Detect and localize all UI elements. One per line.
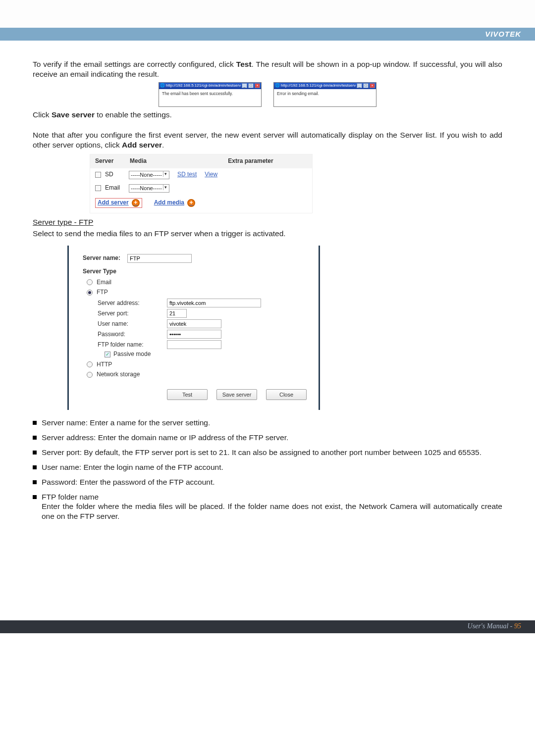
top-spacer	[0, 0, 535, 28]
popup-body: The email has been sent successfully.	[159, 89, 261, 99]
server-port-label: Server port:	[98, 310, 167, 317]
radio-ftp[interactable]: FTP	[87, 289, 309, 296]
ftp-folder-label: FTP folder name:	[98, 341, 167, 349]
intro-paragraph: To verify if the email settings are corr…	[33, 59, 502, 79]
col-server: Server	[90, 154, 125, 168]
radio-http[interactable]: HTTP	[87, 361, 309, 368]
server-port-input[interactable]	[167, 309, 187, 318]
footer-label: User's Manual -	[468, 622, 514, 630]
close-button[interactable]: Close	[266, 389, 307, 400]
ie-icon: 🌐	[160, 83, 165, 88]
server-address-label: Server address:	[98, 300, 167, 307]
close-icon[interactable]: ×	[255, 83, 260, 88]
sd-test-link[interactable]: SD test	[177, 171, 197, 178]
ftp-section-desc: Select to send the media files to an FTP…	[33, 229, 502, 239]
passive-label: Passive mode	[113, 351, 151, 358]
radio-icon	[87, 361, 93, 367]
radio-email[interactable]: Email	[87, 279, 309, 286]
ftp-section-title: Server type - FTP	[33, 217, 502, 227]
server-type-heading: Server Type	[83, 268, 309, 275]
close-icon[interactable]: ×	[370, 83, 375, 88]
save-server-button[interactable]: Save server	[216, 389, 257, 400]
col-extra: Extra parameter	[189, 154, 312, 168]
test-button[interactable]: Test	[167, 389, 208, 400]
view-link[interactable]: View	[205, 171, 217, 178]
save-line: Click Save server to enable the settings…	[33, 110, 502, 120]
ie-icon: 🌐	[275, 83, 280, 88]
footer-page: 95	[514, 622, 521, 630]
row-name: SD	[105, 171, 125, 178]
row-checkbox[interactable]	[95, 185, 101, 191]
row-checkbox[interactable]	[95, 172, 101, 178]
minimize-icon[interactable]: _	[357, 83, 362, 88]
ftp-fields: Server address: Server port: User name: …	[98, 299, 309, 358]
ftp-config-panel: Server name: Server Type Email FTP Serve…	[67, 246, 320, 410]
popup-error: 🌐 http://192.168.5.121/cgi-bin/admin/tes…	[273, 82, 376, 107]
media-select[interactable]: -----None-----	[129, 184, 169, 193]
server-address-input[interactable]	[167, 299, 261, 307]
maximize-icon[interactable]: □	[363, 83, 369, 88]
note-paragraph: Note that after you configure the first …	[33, 130, 502, 150]
maximize-icon[interactable]: □	[248, 83, 254, 88]
list-item: FTP folder name Enter the folder where t…	[33, 492, 502, 521]
brand-text: VIVOTEK	[485, 30, 521, 38]
server-name-label: Server name:	[83, 254, 127, 262]
list-item: Server address: Enter the domain name or…	[33, 433, 502, 443]
popup-url: http://192.168.5.121/cgi-bin/admin/tests…	[166, 83, 241, 88]
brand-bar: VIVOTEK	[0, 28, 535, 41]
table-header: Server Media Extra parameter	[90, 154, 312, 168]
table-row: Email -----None-----	[90, 182, 312, 195]
server-list-table: Server Media Extra parameter SD -----Non…	[90, 154, 313, 213]
user-name-input[interactable]	[167, 319, 221, 328]
passive-checkbox[interactable]: ✓	[105, 352, 110, 357]
add-media-link[interactable]: Add media +	[154, 198, 195, 208]
user-name-label: User name:	[98, 320, 167, 328]
plus-icon: +	[132, 199, 140, 207]
radio-icon	[87, 279, 93, 285]
add-server-link[interactable]: Add server +	[95, 198, 142, 208]
list-item: Server name: Enter a name for the server…	[33, 418, 502, 428]
minimize-icon[interactable]: _	[242, 83, 247, 88]
list-item: User name: Enter the login name of the F…	[33, 462, 502, 472]
table-row: SD -----None----- SD test View	[90, 168, 312, 182]
popup-url: http://192.168.5.121/cgi-bin/admin/tests…	[281, 83, 356, 88]
row-name: Email	[105, 184, 125, 192]
field-descriptions: Server name: Enter a name for the server…	[33, 418, 502, 521]
radio-network-storage[interactable]: Network storage	[87, 371, 309, 378]
col-media: Media	[125, 154, 189, 168]
radio-icon	[87, 290, 93, 296]
popup-row: 🌐 http://192.168.5.121/cgi-bin/admin/tes…	[33, 82, 502, 107]
list-item: Server port: By default, the FTP server …	[33, 448, 502, 457]
password-input[interactable]	[167, 330, 221, 339]
list-item: Password: Enter the password of the FTP …	[33, 477, 502, 487]
ftp-folder-input[interactable]	[167, 340, 221, 349]
plus-icon: +	[187, 199, 195, 207]
password-label: Password:	[98, 331, 167, 338]
add-row: Add server + Add media +	[90, 195, 312, 213]
popup-success: 🌐 http://192.168.5.121/cgi-bin/admin/tes…	[159, 82, 262, 107]
button-bar: Test Save server Close	[167, 389, 309, 400]
radio-icon	[87, 372, 93, 378]
media-select[interactable]: -----None-----	[129, 171, 169, 179]
popup-body: Error in sending email.	[274, 89, 376, 99]
page-footer: User's Manual - 95	[0, 620, 535, 633]
server-name-input[interactable]	[127, 254, 192, 263]
